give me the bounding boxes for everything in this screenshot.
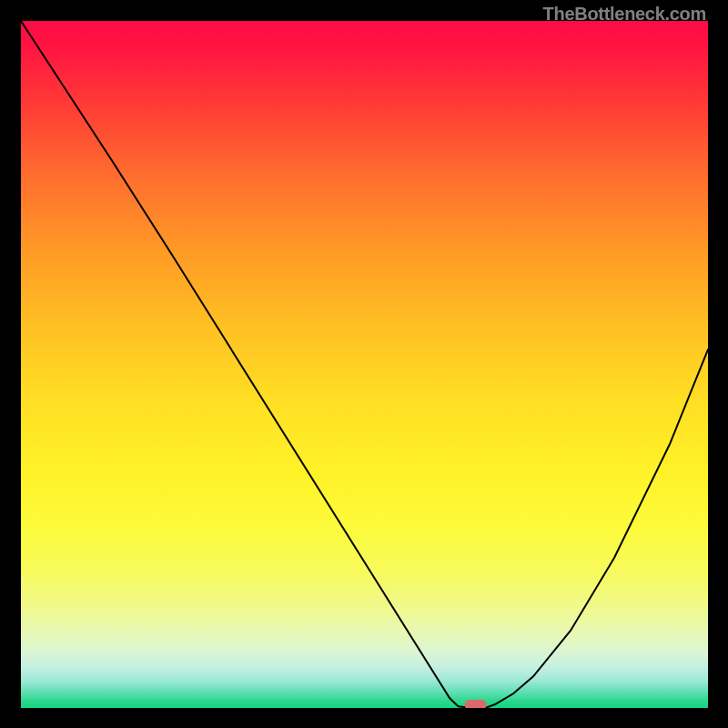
bottleneck-chart: TheBottleneck.com <box>0 0 728 728</box>
plot-area <box>21 21 708 708</box>
watermark-text: TheBottleneck.com <box>543 4 706 25</box>
